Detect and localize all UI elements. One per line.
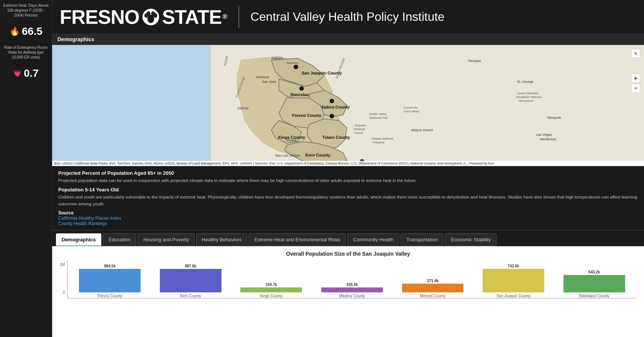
bar [160, 269, 221, 292]
bar [483, 269, 544, 292]
bar-group: 150.7kKings County [233, 264, 310, 298]
tabs-bar: Demographics Education Housing and Pover… [52, 230, 644, 246]
map-zoom-controls[interactable]: ⇅ + − [631, 49, 640, 93]
bar-value-label: 150.7k [266, 283, 277, 287]
svg-text:Henderson: Henderson [540, 137, 556, 141]
sidebar-metric-asthma-value: 💗 0.7 [13, 67, 39, 79]
tab-housing-poverty[interactable]: Housing and Poverty [138, 233, 195, 246]
bar-value-label: 155.4k [346, 283, 358, 287]
bar [240, 287, 302, 292]
tab-economic-stability[interactable]: Economic Stability [445, 233, 496, 246]
tab-extreme-heat[interactable]: Extreme Heat and Environmental Risks [249, 233, 346, 246]
chart-section: Overall Population Size of the San Joaqu… [52, 246, 644, 337]
svg-text:Fremont: Fremont [256, 75, 269, 79]
bar-value-label: 984.5k [104, 264, 116, 268]
source-link-1[interactable]: California Healthy Places Index [58, 216, 638, 221]
bar-label: Merced County [420, 294, 446, 298]
svg-text:Force Base: Force Base [404, 110, 419, 113]
sidebar: Extreme Heat: Days Above 100 degrees F (… [0, 0, 52, 337]
svg-text:San Luis Obispo: San Luis Obispo [275, 154, 300, 157]
tab-community-health[interactable]: Community Health [347, 233, 399, 246]
header-logo: FRESNO S [60, 6, 227, 28]
svg-text:Preserve: Preserve [373, 141, 385, 144]
svg-text:Mesquite: Mesquite [547, 116, 561, 120]
registered-mark: ® [222, 13, 227, 21]
bar-group: 742.6kSan Joaquin County [475, 264, 552, 298]
svg-point-1 [147, 15, 154, 23]
info-panel: Projected Percent of Population Aged 65+… [52, 166, 644, 230]
sidebar-metric-heat: 🔥 66.5 [9, 25, 43, 37]
map-attribution: Esri, USGS | California State Parks, Esr… [52, 161, 644, 166]
svg-text:San Jose: San Jose [262, 80, 276, 84]
tab-transportation[interactable]: Transportation [401, 233, 443, 246]
bar-label: Kern County [180, 294, 201, 298]
bar-label: San Joaquin County [497, 294, 531, 298]
bar-group: 155.4kMadera County [314, 264, 391, 298]
svg-text:Sequoia: Sequoia [355, 124, 366, 127]
bar-label: Madera County [339, 294, 365, 298]
y-axis-max: 1M [60, 262, 65, 267]
svg-text:Tulare County: Tulare County [322, 135, 350, 140]
svg-text:Creech Air: Creech Air [404, 106, 418, 109]
map-container[interactable]: San Joaquin County Stanislaus County Mad… [52, 45, 644, 166]
content-area: Demographics San Joaquin County [52, 34, 644, 337]
tab-education[interactable]: Education [103, 233, 136, 246]
map-expand-button[interactable]: ⇅ [631, 49, 640, 58]
svg-text:Mojave Desert: Mojave Desert [411, 128, 433, 132]
map-zoom-out-button[interactable]: − [631, 84, 640, 93]
source-link-2[interactable]: County Health Rankings [58, 221, 638, 226]
info-title-1: Projected Percent of Population Aged 65+… [58, 170, 638, 176]
heart-icon: 💗 [13, 69, 22, 78]
info-desc-2: Children and youth are particularly vuln… [58, 194, 638, 207]
section-demographics-label: Demographics [52, 34, 644, 45]
y-axis-min: 0 [63, 290, 65, 295]
bar [79, 269, 141, 292]
asthma-metric-label: Rate of Emergency Room Visits for Asthma… [2, 45, 50, 60]
svg-point-3 [147, 11, 150, 16]
bar-value-label: 887.6k [185, 264, 197, 268]
svg-text:Death Valley: Death Valley [370, 112, 387, 116]
svg-text:Las Vegas: Las Vegas [536, 133, 552, 137]
bar-value-label: 742.6k [508, 264, 519, 268]
svg-text:Forest: Forest [355, 131, 363, 135]
info-section-2: Population 5-14 Years Old Children and y… [58, 187, 638, 207]
svg-text:Grand Staircase: Grand Staircase [517, 92, 539, 95]
header-divider [238, 6, 239, 28]
tab-demographics[interactable]: Demographics [56, 233, 101, 246]
chart-title: Overall Population Size of the San Joaqu… [60, 251, 636, 257]
bar [321, 287, 383, 292]
svg-point-11 [294, 65, 298, 69]
bar-label: Fresno County [98, 294, 122, 298]
svg-text:St. George: St. George [517, 80, 534, 84]
fresno-text: FRESNO [60, 6, 139, 28]
fresno-state-logo: FRESNO S [60, 6, 227, 28]
tab-healthy-behaviors[interactable]: Healthy Behaviors [196, 233, 248, 246]
svg-text:Salinas: Salinas [237, 106, 249, 110]
svg-text:National Park: National Park [370, 116, 388, 120]
map-zoom-in-button[interactable]: + [631, 74, 640, 83]
bar-group: 543.2kStanislaus County [556, 264, 633, 298]
map-svg: San Joaquin County Stanislaus County Mad… [52, 45, 644, 166]
fire-icon: 🔥 [9, 26, 20, 36]
bar-group: 271.4kMerced County [394, 264, 471, 298]
map-background: San Joaquin County Stanislaus County Mad… [52, 45, 644, 166]
svg-text:Escalante National: Escalante National [516, 95, 542, 99]
svg-text:Kern County: Kern County [305, 153, 331, 157]
svg-text:Stockton: Stockton [286, 61, 298, 65]
main-content: FRESNO S [52, 0, 644, 337]
svg-text:Monument: Monument [519, 99, 534, 102]
svg-text:Tonopan: Tonopan [468, 59, 481, 63]
bar-value-label: 271.4k [427, 279, 439, 283]
svg-point-17 [330, 99, 334, 103]
svg-text:Visalia: Visalia [286, 138, 296, 142]
paw-icon [141, 7, 161, 27]
bar-group: 984.5kFresno County [71, 264, 149, 298]
source-section: Source California Healthy Places Index C… [58, 210, 638, 226]
heat-metric-value: 🔥 66.5 [9, 25, 43, 37]
bar-label: Stanislaus County [579, 294, 610, 298]
info-title-2: Population 5-14 Years Old [58, 187, 638, 193]
svg-text:National: National [354, 127, 365, 131]
sidebar-top-label: Extreme Heat: Days Above 100 degrees F (… [2, 3, 50, 18]
bar [402, 284, 464, 292]
svg-text:Madera County: Madera County [320, 105, 350, 109]
